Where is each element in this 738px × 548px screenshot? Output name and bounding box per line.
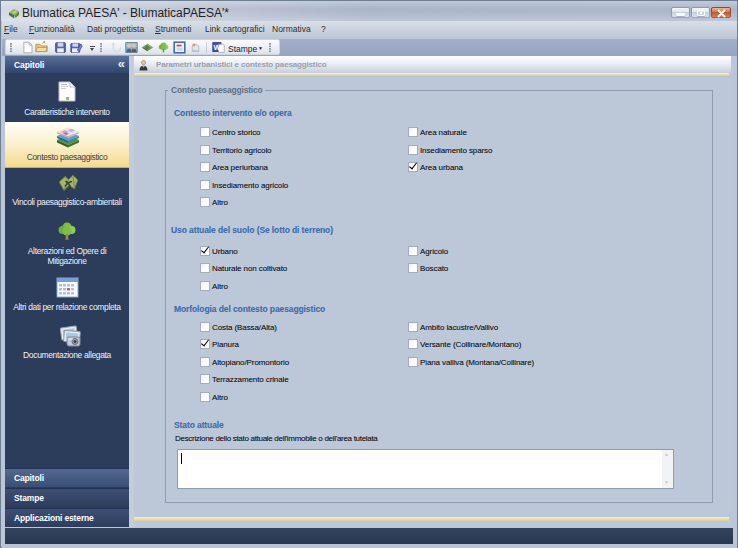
svg-text:W: W — [213, 43, 220, 52]
